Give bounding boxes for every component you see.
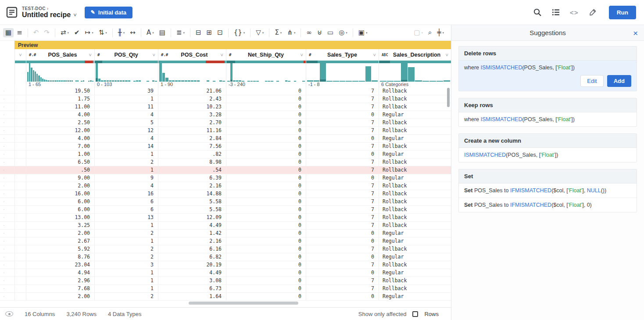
cell-Sales_Description[interactable]: Regular bbox=[379, 111, 451, 119]
cell-POS_Cost[interactable]: 6.73 bbox=[158, 285, 226, 292]
table-row[interactable]: ·23.04320.1907Rollback bbox=[0, 261, 451, 269]
cell-POS_Sales[interactable]: 23.04 bbox=[26, 261, 94, 269]
cell-Sales_Type[interactable]: 7 bbox=[306, 95, 379, 103]
row-selector-cell[interactable] bbox=[14, 253, 26, 261]
cell-Net_Ship_Qty[interactable]: 0 bbox=[226, 277, 306, 284]
cell-POS_Qty[interactable]: 13 bbox=[94, 214, 158, 221]
cell-Sales_Type[interactable]: 0 bbox=[306, 230, 379, 237]
table-row[interactable]: ·2.0021.6400Regular bbox=[0, 293, 451, 301]
cell-POS_Cost[interactable]: 11.16 bbox=[158, 127, 226, 134]
cell-Net_Ship_Qty[interactable]: 0 bbox=[226, 261, 306, 269]
target-icon[interactable]: ◎▾ bbox=[336, 28, 350, 37]
cell-POS_Qty[interactable]: 1 bbox=[94, 277, 158, 284]
cell-Sales_Type[interactable]: 0 bbox=[306, 269, 379, 277]
cell-POS_Cost[interactable]: 12.09 bbox=[158, 214, 226, 221]
table-row[interactable]: ·19.503921.0607Rollback bbox=[0, 87, 451, 95]
cell-Net_Ship_Qty[interactable]: 0 bbox=[226, 269, 306, 277]
table-row[interactable]: ·4.0043.2800Regular bbox=[0, 111, 451, 119]
chevron-down-icon[interactable]: ˅ bbox=[19, 52, 21, 58]
cell-Net_Ship_Qty[interactable]: 0 bbox=[226, 253, 306, 261]
horizontal-scrollbar[interactable] bbox=[189, 302, 298, 305]
row-selector-cell[interactable] bbox=[14, 190, 26, 198]
cell-Sales_Description[interactable]: Rollback bbox=[379, 158, 451, 166]
cell-POS_Sales[interactable]: 7.00 bbox=[26, 143, 94, 150]
cell-POS_Qty[interactable]: 12 bbox=[94, 127, 158, 134]
cell-Sales_Description[interactable]: Regular bbox=[379, 269, 451, 277]
cell-Net_Ship_Qty[interactable]: 0 bbox=[226, 135, 306, 142]
cell-Sales_Type[interactable]: 0 bbox=[306, 135, 379, 142]
cell-POS_Cost[interactable]: 4.49 bbox=[158, 222, 226, 229]
row-selector-cell[interactable] bbox=[14, 269, 26, 277]
cell-POS_Cost[interactable]: 2.16 bbox=[158, 182, 226, 190]
adjust-settings-icon[interactable]: ╪▾ bbox=[435, 28, 446, 37]
cell-Net_Ship_Qty[interactable]: 0 bbox=[226, 230, 306, 237]
cell-POS_Qty[interactable]: 1 bbox=[94, 269, 158, 277]
cell-POS_Sales[interactable]: 16.00 bbox=[26, 190, 94, 198]
table-row[interactable]: ·6.5028.9807Rollback bbox=[0, 158, 451, 166]
cell-Sales_Type[interactable]: 7 bbox=[306, 198, 379, 205]
cell-POS_Sales[interactable]: 12.00 bbox=[26, 127, 94, 134]
cell-POS_Sales[interactable]: 13.00 bbox=[26, 214, 94, 221]
inspect-step-icon[interactable]: ⌕ bbox=[426, 28, 434, 37]
row-selector-cell[interactable] bbox=[14, 103, 26, 111]
table-insert-icon[interactable]: ⊞ bbox=[204, 28, 215, 37]
cell-POS_Cost[interactable]: 10.23 bbox=[158, 103, 226, 111]
table-row[interactable]: ·2.5052.7007Rollback bbox=[0, 119, 451, 127]
cell-Sales_Description[interactable]: Rollback bbox=[379, 206, 451, 213]
cell-POS_Sales[interactable]: 2.67 bbox=[26, 237, 94, 245]
row-selector-cell[interactable] bbox=[14, 87, 26, 95]
table-row[interactable]: ·9.0096.3900Regular bbox=[0, 174, 451, 182]
cell-POS_Qty[interactable]: 2 bbox=[94, 253, 158, 261]
cell-POS_Cost[interactable]: 5.58 bbox=[158, 206, 226, 213]
cell-Sales_Type[interactable]: 0 bbox=[306, 151, 379, 158]
table-row[interactable]: ·11.001110.2307Rollback bbox=[0, 103, 451, 111]
rows-checkbox[interactable] bbox=[412, 311, 418, 317]
cell-Sales_Type[interactable]: 7 bbox=[306, 87, 379, 95]
row-selector-cell[interactable] bbox=[14, 143, 26, 150]
row-selector-cell[interactable] bbox=[14, 214, 26, 221]
row-selector-cell[interactable] bbox=[14, 95, 26, 103]
cell-POS_Sales[interactable]: 11.00 bbox=[26, 103, 94, 111]
cell-Sales_Type[interactable]: 0 bbox=[306, 253, 379, 261]
cell-POS_Cost[interactable]: 1.42 bbox=[158, 230, 226, 237]
chevron-down-icon[interactable]: ˅ bbox=[373, 52, 376, 58]
suggestion-rule[interactable]: ISMISMATCHED(POS_Sales, ['Float']) bbox=[459, 148, 637, 162]
cell-POS_Cost[interactable]: 21.06 bbox=[158, 87, 226, 95]
cell-Sales_Type[interactable]: 0 bbox=[306, 237, 379, 245]
grid-view-icon[interactable]: ▦ bbox=[3, 28, 14, 37]
cell-Net_Ship_Qty[interactable]: 0 bbox=[226, 166, 306, 174]
table-row[interactable]: ·1.001.8200Regular bbox=[0, 151, 451, 158]
cell-Sales_Description[interactable]: Rollback bbox=[379, 127, 451, 134]
split-column-icon[interactable]: ╫▾ bbox=[116, 28, 127, 37]
cell-POS_Sales[interactable]: 9.00 bbox=[26, 174, 94, 182]
cell-Sales_Description[interactable]: Rollback bbox=[379, 261, 451, 269]
row-selector-cell[interactable] bbox=[14, 245, 26, 253]
row-selector-cell[interactable] bbox=[14, 285, 26, 292]
cell-POS_Qty[interactable]: 4 bbox=[94, 182, 158, 190]
cell-Sales_Description[interactable]: Rollback bbox=[379, 103, 451, 111]
suggestion-rule[interactable]: Set POS_Sales to IFMISMATCHED($col, ['Fl… bbox=[459, 198, 637, 212]
cell-POS_Qty[interactable]: 1 bbox=[94, 237, 158, 245]
cell-Sales_Type[interactable]: 7 bbox=[306, 190, 379, 198]
cell-POS_Cost[interactable]: 6.39 bbox=[158, 174, 226, 182]
eyedropper-icon[interactable] bbox=[588, 7, 597, 17]
table-row[interactable]: ·4.0042.8400Regular bbox=[0, 135, 451, 143]
column-header-POS_Sales[interactable]: #.#POS_Sales˅ bbox=[26, 49, 94, 61]
filter-icon[interactable]: ▽▾ bbox=[254, 28, 266, 37]
cell-POS_Qty[interactable]: 1 bbox=[94, 285, 158, 292]
row-selector-cell[interactable] bbox=[14, 198, 26, 205]
row-selector-cell[interactable] bbox=[14, 237, 26, 245]
row-selector-cell[interactable] bbox=[14, 127, 26, 134]
join-icon[interactable]: ∞ bbox=[304, 28, 314, 37]
cell-POS_Sales[interactable]: .50 bbox=[26, 166, 94, 174]
cell-POS_Cost[interactable]: 3.08 bbox=[158, 277, 226, 284]
cell-POS_Sales[interactable]: 1.00 bbox=[26, 151, 94, 158]
cell-POS_Qty[interactable]: 39 bbox=[94, 87, 158, 95]
cell-POS_Sales[interactable]: 5.92 bbox=[26, 245, 94, 253]
cell-POS_Qty[interactable]: 6 bbox=[94, 206, 158, 213]
cell-POS_Sales[interactable]: 8.76 bbox=[26, 253, 94, 261]
table-row[interactable]: ·5.9226.1607Rollback bbox=[0, 245, 451, 253]
selector-column-header[interactable]: ˅ bbox=[14, 49, 26, 61]
cell-Sales_Type[interactable]: 7 bbox=[306, 182, 379, 190]
cell-Sales_Type[interactable]: 7 bbox=[306, 277, 379, 284]
